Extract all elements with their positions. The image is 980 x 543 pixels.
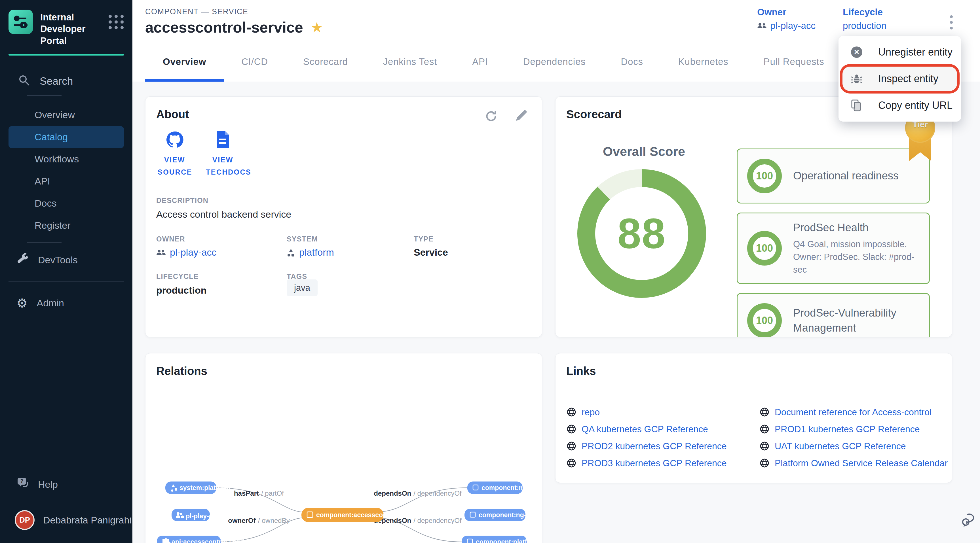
scorecard-title: Scorecard bbox=[566, 108, 622, 121]
github-icon bbox=[165, 131, 184, 149]
sidebar-search[interactable]: Search bbox=[18, 74, 132, 89]
sidebar-item-api[interactable]: API bbox=[0, 170, 132, 192]
sidebar-header: Internal Developer Portal bbox=[0, 0, 132, 46]
system-field-link[interactable]: platform bbox=[287, 247, 334, 258]
overview-content: About VIEW SOURCE bbox=[132, 82, 980, 543]
sidebar-item-devtools[interactable]: DevTools bbox=[0, 249, 132, 272]
sidebar-item-register[interactable]: Register bbox=[0, 214, 132, 237]
svg-text:system:platform: system:platform bbox=[180, 484, 230, 491]
lifecycle-label: Lifecycle bbox=[843, 7, 886, 17]
link-repo[interactable]: repo bbox=[566, 407, 759, 418]
entity-context-menu: ✕ Unregister entity Inspect entity bbox=[838, 36, 961, 122]
menu-item-unregister-entity[interactable]: ✕ Unregister entity bbox=[838, 40, 961, 64]
menu-item-copy-entity-url[interactable]: Copy entity URL bbox=[838, 93, 961, 117]
owner-block: Owner pl-play-acc bbox=[757, 7, 816, 31]
score-check-vulnerability-management[interactable]: 100 ProdSec-Vulnerability Management bbox=[737, 293, 930, 337]
svg-text:pl-play-acc: pl-play-acc bbox=[186, 513, 220, 520]
tab-cicd[interactable]: CI/CD bbox=[224, 42, 286, 82]
circle-x-icon: ✕ bbox=[850, 46, 863, 58]
view-source-link[interactable]: VIEW SOURCE bbox=[151, 131, 199, 178]
globe-icon bbox=[566, 424, 576, 434]
tab-jenkins-test[interactable]: Jenkins Test bbox=[366, 42, 455, 82]
view-source-label: VIEW SOURCE bbox=[158, 154, 192, 178]
edit-pencil-icon[interactable] bbox=[514, 109, 528, 123]
globe-icon bbox=[759, 458, 770, 468]
graph-node-component-ng-manager[interactable]: component:ng-manager bbox=[465, 509, 542, 521]
score-check-prodsec-health[interactable]: 100 ProdSec Health Q4 Goal, mission impo… bbox=[737, 213, 930, 284]
gear-icon: ⚙ bbox=[16, 296, 27, 310]
sidebar-accent-rule bbox=[8, 54, 124, 56]
people-icon bbox=[757, 22, 767, 30]
check-description: Q4 Goal, mission impossible. Owner: Prod… bbox=[793, 238, 924, 276]
graph-node-component-manager[interactable]: component:manager bbox=[467, 481, 542, 494]
entity-kind-breadcrumb: COMPONENT — SERVICE bbox=[145, 7, 248, 16]
entity-more-menu-button[interactable] bbox=[947, 13, 956, 32]
about-card: About VIEW SOURCE bbox=[145, 96, 542, 337]
chat-widget-button[interactable] bbox=[961, 513, 977, 529]
entity-tabs: Overview CI/CD Scorecard Jenkins Test AP… bbox=[145, 42, 842, 82]
favorite-star-icon[interactable]: ★ bbox=[310, 21, 323, 35]
sidebar-item-admin[interactable]: ⚙ Admin bbox=[0, 292, 132, 315]
links-column-1: repo QA kubernetes GCP Reference PROD2 k… bbox=[566, 407, 759, 468]
sidebar-item-docs[interactable]: Docs bbox=[0, 192, 132, 214]
edge-label-ownerof: ownerOf/ ownedBy bbox=[228, 517, 290, 524]
sidebar-item-workflows[interactable]: Workflows bbox=[0, 148, 132, 170]
link-prod1-kubernetes[interactable]: PROD1 kubernetes GCP Reference bbox=[759, 424, 948, 435]
graph-node-component-platform-service[interactable]: component:platform-service bbox=[461, 536, 542, 543]
refresh-icon[interactable] bbox=[484, 109, 498, 123]
view-techdocs-link[interactable]: VIEW TECHDOCS bbox=[199, 131, 247, 178]
score-badge: 100 bbox=[747, 159, 782, 193]
techdocs-icon bbox=[215, 131, 231, 149]
svg-text:component:ng-manager: component:ng-manager bbox=[479, 511, 542, 519]
relations-graph[interactable]: hasPart/ partOf dependsOn/ dependencyOf … bbox=[145, 467, 542, 543]
avatar: DP bbox=[15, 510, 35, 530]
graph-node-pl-play-acc[interactable]: pl-play-acc bbox=[172, 509, 220, 521]
sidebar-item-catalog[interactable]: Catalog bbox=[8, 126, 124, 148]
app-logo-icon bbox=[8, 10, 33, 34]
search-icon bbox=[18, 74, 30, 89]
search-label: Search bbox=[40, 75, 73, 87]
link-release-calendar[interactable]: Platform Owned Service Release Calendar bbox=[759, 458, 948, 468]
link-document-reference[interactable]: Document reference for Access-control bbox=[759, 407, 948, 418]
link-uat-kubernetes[interactable]: UAT kubernetes GCP Reference bbox=[759, 441, 948, 451]
svg-text:api:accesscontrol-service: api:accesscontrol-service bbox=[172, 538, 252, 543]
owner-link[interactable]: pl-play-acc bbox=[757, 21, 816, 31]
svg-text:component:manager: component:manager bbox=[482, 484, 542, 491]
apps-grid-icon[interactable] bbox=[108, 10, 124, 29]
check-title: ProdSec-Vulnerability Management bbox=[793, 305, 922, 335]
tab-kubernetes[interactable]: Kubernetes bbox=[661, 42, 746, 82]
bug-icon bbox=[850, 73, 863, 85]
globe-icon bbox=[566, 441, 576, 451]
link-prod3-kubernetes[interactable]: PROD3 kubernetes GCP Reference bbox=[566, 458, 759, 468]
about-title: About bbox=[156, 108, 189, 121]
sidebar-divider bbox=[8, 281, 124, 282]
globe-icon bbox=[566, 407, 576, 417]
tab-dependencies[interactable]: Dependencies bbox=[506, 42, 603, 82]
type-field-label: TYPE bbox=[414, 235, 434, 243]
menu-item-inspect-entity[interactable]: Inspect entity bbox=[842, 67, 957, 91]
graph-node-api-accesscontrol-service[interactable]: api:accesscontrol-service bbox=[157, 536, 252, 543]
sidebar-footer: ? Help DP Debabrata Panigrahi bbox=[0, 472, 132, 536]
sidebar: Internal Developer Portal Search Overvie… bbox=[0, 0, 132, 543]
score-badge: 100 bbox=[747, 303, 782, 337]
score-check-operational-readiness[interactable]: 100 Operational readiness bbox=[737, 149, 930, 203]
menu-item-label: Unregister entity bbox=[878, 46, 953, 58]
link-qa-kubernetes[interactable]: QA kubernetes GCP Reference bbox=[566, 424, 759, 435]
overall-score-donut: 88 bbox=[578, 169, 706, 298]
sidebar-item-overview[interactable]: Overview bbox=[0, 104, 132, 126]
tab-overview[interactable]: Overview bbox=[145, 42, 224, 82]
tab-api[interactable]: API bbox=[455, 42, 506, 82]
tag-chip-java[interactable]: java bbox=[287, 279, 318, 296]
check-title: Operational readiness bbox=[793, 168, 899, 183]
tab-pull-requests[interactable]: Pull Requests bbox=[746, 42, 842, 82]
link-prod2-kubernetes[interactable]: PROD2 kubernetes GCP Reference bbox=[566, 441, 759, 451]
globe-icon bbox=[759, 407, 770, 417]
graph-node-system-platform[interactable]: system:platform bbox=[165, 481, 230, 494]
tab-scorecard[interactable]: Scorecard bbox=[286, 42, 366, 82]
tab-docs[interactable]: Docs bbox=[603, 42, 660, 82]
svg-text:component:platform-service: component:platform-service bbox=[476, 538, 542, 543]
svg-text:?: ? bbox=[21, 478, 24, 484]
owner-field-link[interactable]: pl-play-acc bbox=[156, 247, 216, 258]
sidebar-item-help[interactable]: ? Help bbox=[0, 472, 132, 497]
user-menu[interactable]: DP Debabrata Panigrahi bbox=[0, 505, 132, 536]
